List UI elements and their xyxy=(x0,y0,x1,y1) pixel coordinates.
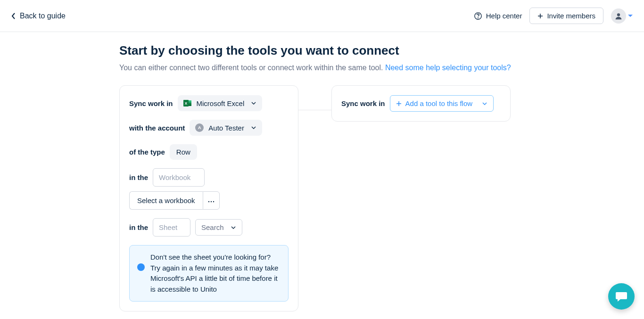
add-tool-button[interactable]: Add a tool to this flow xyxy=(390,95,494,112)
chat-widget-button[interactable] xyxy=(608,283,635,310)
sheet-search-dropdown[interactable]: Search xyxy=(195,219,242,236)
sync-label: Sync work in xyxy=(129,99,173,107)
info-text: Don't see the sheet you're looking for? … xyxy=(150,252,281,294)
sheet-input[interactable] xyxy=(153,218,190,237)
invite-label: Invite members xyxy=(547,12,595,20)
account-row: with the account A Auto Tester xyxy=(129,120,289,136)
chat-icon xyxy=(615,290,628,303)
select-workbook-group: Select a workbook xyxy=(129,191,220,210)
chevron-down-icon xyxy=(251,100,256,106)
right-sync-label: Sync work in xyxy=(341,99,385,107)
left-tool-card: Sync work in X Microsoft Excel with the … xyxy=(119,85,298,311)
page-title: Start by choosing the tools you want to … xyxy=(119,43,525,58)
chevron-down-icon xyxy=(231,225,236,230)
avatar xyxy=(611,8,626,24)
user-icon xyxy=(614,12,623,20)
page-subtitle: You can either connect two different too… xyxy=(119,64,525,72)
select-workbook-button[interactable]: Select a workbook xyxy=(129,191,203,210)
workbook-more-button[interactable] xyxy=(203,191,220,210)
type-row: of the type Row xyxy=(129,144,289,160)
workbook-input[interactable] xyxy=(153,168,205,187)
svg-rect-7 xyxy=(189,103,191,105)
card-connector-line xyxy=(298,110,331,110)
right-tool-card: Sync work in Add a tool to this flow xyxy=(331,85,511,122)
in-the-label-2: in the xyxy=(129,223,148,231)
type-label: of the type xyxy=(129,148,165,156)
info-icon xyxy=(137,263,145,271)
invite-members-button[interactable]: Invite members xyxy=(529,8,603,24)
sync-tool-row: Sync work in X Microsoft Excel xyxy=(129,95,289,111)
back-to-guide-link[interactable]: Back to guide xyxy=(11,12,66,20)
svg-rect-6 xyxy=(189,102,191,103)
svg-text:X: X xyxy=(184,101,187,106)
svg-point-10 xyxy=(210,201,211,202)
plus-icon xyxy=(396,101,402,106)
excel-icon: X xyxy=(183,99,192,107)
main-container: Start by choosing the tools you want to … xyxy=(119,32,525,319)
svg-point-2 xyxy=(617,13,620,16)
account-menu[interactable] xyxy=(611,8,633,24)
workbook-row: in the Select a workbook xyxy=(129,168,289,210)
help-selecting-tools-link[interactable]: Need some help selecting your tools? xyxy=(385,64,511,72)
search-label: Search xyxy=(201,223,224,231)
dots-icon xyxy=(208,201,215,203)
header-right: Help center Invite members xyxy=(474,8,633,24)
account-selector[interactable]: A Auto Tester xyxy=(190,120,262,136)
plus-icon xyxy=(537,13,543,19)
type-value: Row xyxy=(170,144,197,160)
help-label: Help center xyxy=(486,12,522,20)
top-header: Back to guide Help center Invite members xyxy=(0,0,644,32)
account-name: Auto Tester xyxy=(208,124,244,132)
account-icon: A xyxy=(195,123,204,132)
svg-point-1 xyxy=(478,17,478,18)
subtitle-text: You can either connect two different too… xyxy=(119,64,385,72)
cards-row: Sync work in X Microsoft Excel with the … xyxy=(119,85,525,311)
back-label: Back to guide xyxy=(20,12,66,20)
right-sync-row: Sync work in Add a tool to this flow xyxy=(341,95,501,112)
tool-name: Microsoft Excel xyxy=(197,99,245,107)
svg-point-11 xyxy=(213,201,214,202)
chevron-left-icon xyxy=(11,12,16,20)
svg-rect-8 xyxy=(189,105,191,106)
caret-down-icon xyxy=(628,14,633,18)
help-center-link[interactable]: Help center xyxy=(474,12,522,20)
info-banner: Don't see the sheet you're looking for? … xyxy=(129,245,289,302)
account-label: with the account xyxy=(129,124,185,132)
add-tool-label: Add a tool to this flow xyxy=(405,99,473,107)
chevron-down-icon xyxy=(482,101,487,106)
help-icon xyxy=(474,12,482,20)
chevron-down-icon xyxy=(251,125,256,131)
in-the-label-1: in the xyxy=(129,173,148,181)
tool-selector[interactable]: X Microsoft Excel xyxy=(178,95,263,111)
svg-rect-5 xyxy=(189,100,191,102)
sheet-row: in the Search xyxy=(129,218,289,237)
svg-point-9 xyxy=(208,201,209,202)
